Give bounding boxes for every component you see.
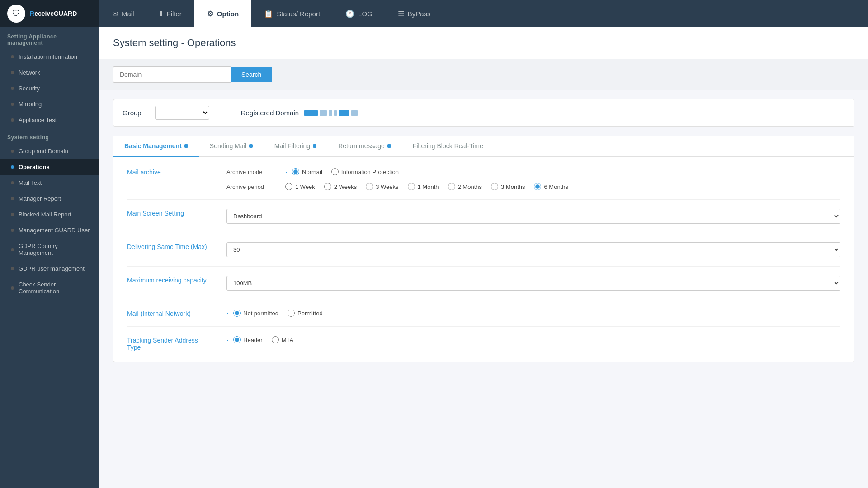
domain-blocks [304,110,358,116]
radio-header-input[interactable] [233,336,241,343]
radio-1week[interactable]: 1 Week [285,183,315,190]
main-screen-content: Dashboard Mail [226,209,840,224]
radio-mta-input[interactable] [272,336,279,343]
main-screen-select[interactable]: Dashboard Mail [226,209,840,224]
archive-period-row: Archive period 1 Week 2 Weeks [226,183,840,190]
tab-indicator [387,144,391,148]
sidebar-item-check-sender[interactable]: Check Sender Communication [0,277,99,299]
sidebar-item-gdpr-country[interactable]: GDPR Country Management [0,238,99,261]
radio-header[interactable]: Header [233,336,263,343]
sidebar-item-appliance-test[interactable]: Appliance Test [0,112,99,128]
tabs: Basic Management Sending Mail Mail Filte… [113,136,854,157]
tracking-sender-label: Tracking Sender Address Type [127,336,208,351]
radio-6months-input[interactable] [534,183,541,190]
radio-1week-input[interactable] [285,183,292,190]
sidebar-item-installation-info[interactable]: Installation information [0,49,99,65]
mail-icon: ✉ [112,9,118,18]
sidebar-label-gdpr-country: GDPR Country Management [19,243,92,256]
radio-1month-label: 1 Month [418,183,439,190]
radio-not-permitted[interactable]: Not permitted [233,310,278,317]
radio-2weeks[interactable]: 2 Weeks [324,183,357,190]
sidebar-item-network[interactable]: Network [0,65,99,80]
max-receiving-label-col: Maximum receiving capacity [127,276,208,284]
nav-option[interactable]: ⚙ Option [194,0,251,27]
radio-normal-input[interactable] [292,168,299,175]
radio-permitted[interactable]: Permitted [288,310,323,317]
radio-info-protection-input[interactable] [331,168,339,175]
radio-normal-label: Normail [302,169,322,175]
domain-search-input[interactable] [113,66,231,83]
tab-basic-management[interactable]: Basic Management [113,136,199,157]
radio-not-permitted-input[interactable] [233,310,241,317]
sidebar-item-operations[interactable]: Operations [0,159,99,175]
nav-bypass[interactable]: ☰ ByPass [385,0,443,27]
sidebar-item-manager-report[interactable]: Manager Report [0,191,99,206]
radio-mta[interactable]: MTA [272,336,293,343]
sidebar-section-system: System setting [0,128,99,143]
dot-icon [11,55,14,58]
search-button[interactable]: Search [231,67,272,82]
radio-3months[interactable]: 3 Months [491,183,525,190]
nav-mail[interactable]: ✉ Mail [99,0,147,27]
radio-3months-input[interactable] [491,183,498,190]
radio-2months[interactable]: 2 Months [448,183,482,190]
main-screen-section: Main Screen Setting Dashboard Mail [127,199,840,224]
tab-mail-filtering-label: Mail Filtering [274,142,310,150]
nav-bypass-label: ByPass [408,10,431,18]
domain-block-2 [320,110,327,116]
nav-log[interactable]: 🕐 LOG [333,0,385,27]
logo-icon: 🛡 [7,5,25,23]
status-icon: 📋 [264,9,273,18]
max-receiving-select[interactable]: 10MB 50MB 100MB 200MB 500MB [226,276,840,291]
sidebar-label-management-guard: Management GUARD User [19,227,90,234]
nav-filter[interactable]: ⫿ Filter [147,0,194,27]
radio-3weeks-input[interactable] [366,183,373,190]
sidebar-item-mirroring[interactable]: Mirroring [0,96,99,112]
mail-archive-content: Archive mode · Normail Infor [226,168,840,190]
radio-permitted-input[interactable] [288,310,295,317]
radio-1month[interactable]: 1 Month [408,183,439,190]
logo-area: 🛡 ReceiveGUARD [0,0,99,27]
radio-2months-input[interactable] [448,183,455,190]
tracking-sender-radio-group: Header MTA [233,336,293,343]
required-dot: · [226,336,229,344]
search-bar: Search [99,59,868,90]
sidebar-item-group-domain[interactable]: Group and Domain [0,143,99,159]
mail-internal-row: · Not permitted Permitted [226,309,840,317]
archive-mode-label: Archive mode [226,169,272,175]
delivering-select[interactable]: 10 20 30 40 50 [226,242,840,257]
radio-2weeks-input[interactable] [324,183,331,190]
group-select[interactable]: — — — [155,106,209,120]
max-receiving-label: Maximum receiving capacity [127,276,208,284]
main-content: System setting - Operations Search Group… [99,27,868,488]
radio-info-protection[interactable]: Information Protection [331,168,399,175]
required-dot: · [285,168,288,176]
sidebar-item-blocked-mail[interactable]: Blocked Mail Report [0,206,99,222]
tab-filtering-block[interactable]: Filtering Block Real-Time [402,136,494,157]
tab-sending-mail-label: Sending Mail [210,142,246,150]
radio-6months[interactable]: 6 Months [534,183,568,190]
domain-block-3 [329,110,332,116]
tab-return-message[interactable]: Return message [327,136,402,157]
sidebar-item-management-guard[interactable]: Management GUARD User [0,222,99,238]
sidebar-item-mail-text[interactable]: Mail Text [0,175,99,191]
tab-mail-filtering[interactable]: Mail Filtering [264,136,327,157]
sidebar-item-security[interactable]: Security [0,80,99,96]
tab-sending-mail[interactable]: Sending Mail [199,136,264,157]
tab-content: Mail archive Archive mode · Normail [113,157,854,362]
domain-block-1 [304,110,318,116]
radio-permitted-label: Permitted [297,310,323,317]
dot-icon [11,87,14,90]
registered-domain-label: Registered Domain [241,109,299,117]
mail-archive-section: Mail archive Archive mode · Normail [127,168,840,190]
dot-icon [11,150,14,153]
dot-icon [11,197,14,200]
sidebar-label-network: Network [19,69,40,76]
nav-status-report[interactable]: 📋 Status/ Report [251,0,333,27]
sidebar-label-blocked-mail: Blocked Mail Report [19,211,71,218]
sidebar-item-gdpr-user[interactable]: GDPR user management [0,261,99,277]
radio-normal[interactable]: Normail [292,168,322,175]
radio-3weeks[interactable]: 3 Weeks [366,183,398,190]
radio-info-protection-label: Information Protection [341,169,399,175]
radio-1month-input[interactable] [408,183,415,190]
